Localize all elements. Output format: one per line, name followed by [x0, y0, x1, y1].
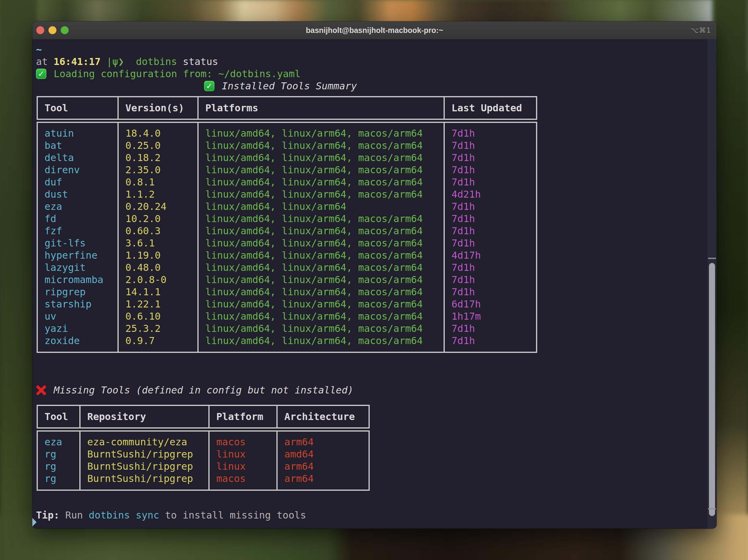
- cell-last-updated: 7d1h: [445, 176, 536, 188]
- cell-architecture: amd64: [278, 448, 369, 460]
- table-row: micromamba 2.0.8-0 linux/amd64, linux/ar…: [38, 274, 536, 286]
- column-header-repository: Repository: [80, 406, 210, 427]
- cell-tool: lazygit: [38, 261, 119, 274]
- tab-shortcut-badge: ⌥⌘1: [691, 21, 711, 39]
- titlebar[interactable]: basnijholt@basnijholt-macbook-pro:~ ⌥⌘1: [32, 21, 717, 39]
- table-row: fd 10.2.0 linux/amd64, linux/arm64, maco…: [38, 213, 536, 225]
- forest-left: [0, 0, 37, 560]
- terminal-window: basnijholt@basnijholt-macbook-pro:~ ⌥⌘1 …: [32, 21, 717, 529]
- tip-command: dotbins sync: [89, 509, 159, 521]
- cell-platforms: linux/amd64, linux/arm64, macos/arm64: [198, 249, 445, 261]
- prompt-line: at 16:41:17 |ψ❯ dotbins status: [36, 55, 713, 68]
- cell-tool: dust: [38, 188, 119, 201]
- cell-platforms: linux/amd64, linux/arm64, macos/arm64: [198, 176, 445, 188]
- cell-tool: micromamba: [38, 274, 119, 286]
- summary-title-line: ✓ Installed Tools Summary: [36, 80, 713, 92]
- cell-version: 1.1.2: [119, 188, 198, 201]
- table-header-row: Tool Version(s) Platforms Last Updated: [37, 96, 537, 120]
- cell-version: 2.0.8-0: [119, 274, 198, 286]
- column-header-platforms: Platforms: [198, 97, 445, 119]
- cell-tool: fd: [38, 213, 119, 225]
- cell-last-updated: 4d17h: [445, 249, 536, 261]
- cell-repository: eza-community/eza: [80, 436, 210, 448]
- cell-platform: linux: [210, 448, 278, 460]
- table-body: atuin 18.4.0 linux/amd64, linux/arm64, m…: [37, 122, 537, 353]
- terminal-content[interactable]: ~ at 16:41:17 |ψ❯ dotbins status ✓ Loadi…: [32, 39, 717, 529]
- cell-architecture: arm64: [278, 436, 369, 448]
- scrollbar-track[interactable]: [707, 39, 717, 529]
- cell-tool: rg: [38, 472, 80, 485]
- column-header-tool: Tool: [38, 97, 119, 119]
- cell-tool: rg: [38, 448, 80, 460]
- table-row: hyperfine 1.19.0 linux/amd64, linux/arm6…: [38, 249, 536, 261]
- forest-right: [712, 0, 748, 560]
- cell-version: 10.2.0: [119, 213, 198, 225]
- scrollbar-thumb[interactable]: [709, 263, 715, 516]
- cell-last-updated: 4d21h: [445, 188, 536, 201]
- table-row: atuin 18.4.0 linux/amd64, linux/arm64, m…: [38, 127, 536, 139]
- cell-platforms: linux/amd64, linux/arm64, macos/arm64: [198, 298, 445, 310]
- check-icon: ✓: [204, 81, 214, 91]
- loading-line: ✓ Loading configuration from: ~/dotbins.…: [36, 68, 713, 80]
- cell-tool: zoxide: [38, 334, 119, 347]
- cell-tool: uv: [38, 310, 119, 322]
- cell-last-updated: 7d1h: [445, 213, 536, 225]
- cell-tool: yazi: [38, 322, 119, 334]
- cell-platforms: linux/amd64, linux/arm64: [198, 201, 445, 213]
- table-row: delta 0.18.2 linux/amd64, linux/arm64, m…: [38, 151, 536, 164]
- column-header-architecture: Architecture: [278, 406, 369, 427]
- cell-platform: macos: [210, 436, 278, 448]
- table-row: rg BurntSushi/ripgrep linux arm64: [38, 460, 369, 472]
- close-button[interactable]: [36, 26, 44, 34]
- cell-version: 0.60.3: [119, 225, 198, 237]
- cell-version: 0.25.0: [119, 139, 198, 151]
- loading-text: Loading configuration from: ~/dotbins.ya…: [54, 68, 301, 79]
- zoom-button[interactable]: [61, 26, 69, 34]
- cell-repository: BurntSushi/ripgrep: [80, 448, 210, 460]
- cell-platforms: linux/amd64, linux/arm64, macos/arm64: [198, 127, 445, 139]
- cell-tool: delta: [38, 151, 119, 164]
- cell-version: 0.6.10: [119, 310, 198, 322]
- table-row: uv 0.6.10 linux/amd64, linux/arm64, maco…: [38, 310, 536, 322]
- table-header-row: Tool Repository Platform Architecture: [37, 405, 370, 428]
- command-args: status: [183, 56, 218, 67]
- table-row: rg BurntSushi/ripgrep macos arm64: [38, 472, 369, 485]
- prompt-time: 16:41:17: [54, 56, 101, 67]
- cell-tool: eza: [38, 436, 80, 448]
- minimize-button[interactable]: [48, 26, 56, 34]
- cell-tool: bat: [38, 139, 119, 151]
- cell-platforms: linux/amd64, linux/arm64, macos/arm64: [198, 225, 445, 237]
- cell-architecture: arm64: [278, 460, 369, 472]
- table-row: duf 0.8.1 linux/amd64, linux/arm64, maco…: [38, 176, 536, 188]
- cell-last-updated: 7d1h: [445, 322, 536, 334]
- prompt-at: at: [36, 56, 48, 67]
- check-icon: ✓: [36, 69, 46, 79]
- cell-repository: BurntSushi/ripgrep: [80, 460, 210, 472]
- table-row: direnv 2.35.0 linux/amd64, linux/arm64, …: [38, 164, 536, 176]
- tip-label: Tip:: [36, 509, 60, 521]
- cell-tool: direnv: [38, 164, 119, 176]
- table-spacer-row: [38, 485, 369, 490]
- cell-platforms: linux/amd64, linux/arm64, macos/arm64: [198, 213, 445, 225]
- cell-tool: fzf: [38, 225, 119, 237]
- cell-architecture: arm64: [278, 472, 369, 485]
- cell-tool: ripgrep: [38, 286, 119, 298]
- cell-last-updated: 7d1h: [445, 201, 536, 213]
- table-body: eza eza-community/eza macos arm64 rg Bur…: [37, 430, 370, 491]
- cell-last-updated: 7d1h: [445, 164, 536, 176]
- tip-post: to install missing tools: [165, 509, 306, 521]
- cross-icon: [36, 385, 46, 395]
- missing-title-line: Missing Tools (defined in config but not…: [36, 384, 713, 396]
- prompt-mark-icon: [32, 518, 37, 527]
- table-row: eza eza-community/eza macos arm64: [38, 436, 369, 448]
- cell-last-updated: 7d1h: [445, 286, 536, 298]
- command-name: dotbins: [136, 56, 177, 67]
- cell-last-updated: 7d1h: [445, 274, 536, 286]
- cell-last-updated: 7d1h: [445, 334, 536, 347]
- cell-platforms: linux/amd64, linux/arm64, macos/arm64: [198, 310, 445, 322]
- cell-platforms: linux/amd64, linux/arm64, macos/arm64: [198, 322, 445, 334]
- cell-version: 0.18.2: [119, 151, 198, 164]
- cell-version: 0.8.1: [119, 176, 198, 188]
- cell-platforms: linux/amd64, linux/arm64, macos/arm64: [198, 164, 445, 176]
- cell-version: 3.6.1: [119, 237, 198, 249]
